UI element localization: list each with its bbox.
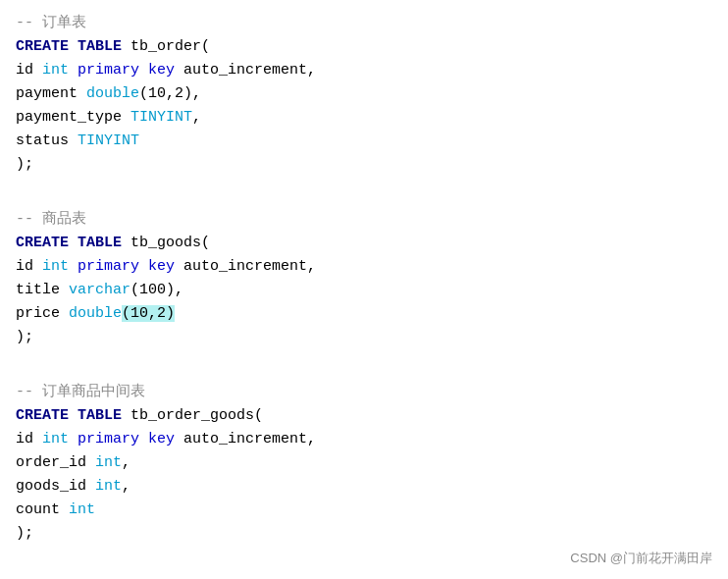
comment-line: -- 订单商品中间表: [16, 381, 712, 404]
field-line-0: id int primary key auto_increment,: [16, 59, 712, 82]
close-line: );: [16, 522, 712, 546]
comment-line: -- 订单表: [16, 12, 712, 35]
create-line: CREATE TABLE tb_order_goods(: [16, 404, 712, 428]
field-line-0: id int primary key auto_increment,: [16, 255, 712, 279]
field-line-1: payment double(10,2),: [16, 82, 712, 106]
comment-line: -- 商品表: [16, 208, 712, 232]
code-section-0: -- 订单表CREATE TABLE tb_order( id int prim…: [16, 12, 712, 177]
field-line-1: title varchar(100),: [16, 279, 712, 302]
create-line: CREATE TABLE tb_order(: [16, 35, 712, 59]
code-container: -- 订单表CREATE TABLE tb_order( id int prim…: [16, 12, 712, 546]
field-line-2: price double(10,2): [16, 302, 712, 326]
watermark: CSDN @门前花开满田岸: [570, 549, 712, 569]
field-line-3: count int: [16, 499, 712, 522]
blank-line: [16, 357, 712, 381]
code-section-1: -- 商品表CREATE TABLE tb_goods( id int prim…: [16, 208, 712, 349]
field-line-1: order_id int,: [16, 451, 712, 475]
field-line-3: status TINYINT: [16, 130, 712, 153]
code-section-2: -- 订单商品中间表CREATE TABLE tb_order_goods( i…: [16, 381, 712, 546]
close-line: );: [16, 153, 712, 177]
field-line-2: payment_type TINYINT,: [16, 106, 712, 130]
create-line: CREATE TABLE tb_goods(: [16, 232, 712, 255]
blank-line: [16, 184, 712, 208]
field-line-0: id int primary key auto_increment,: [16, 428, 712, 451]
close-line: );: [16, 326, 712, 349]
field-line-2: goods_id int,: [16, 475, 712, 499]
